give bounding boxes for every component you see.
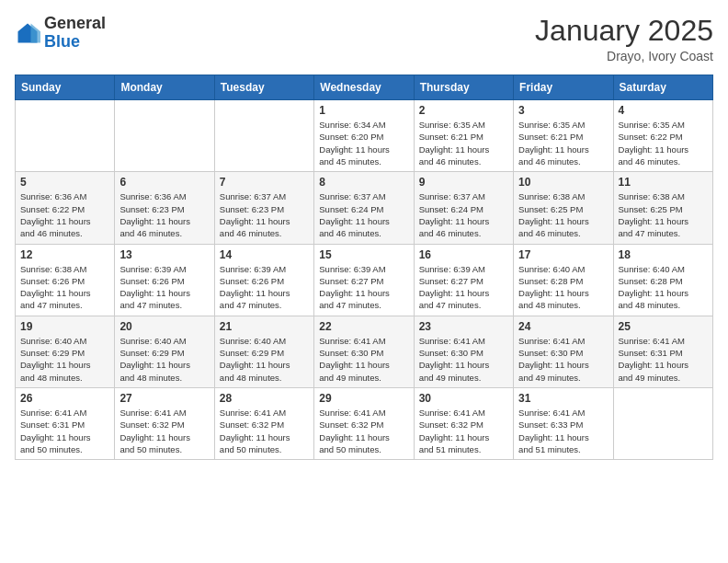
day-number: 23 (419, 320, 508, 333)
calendar-cell: 26Sunrise: 6:41 AM Sunset: 6:31 PM Dayli… (16, 387, 115, 459)
calendar-week-row: 19Sunrise: 6:40 AM Sunset: 6:29 PM Dayli… (16, 316, 713, 387)
calendar-cell: 1Sunrise: 6:34 AM Sunset: 6:20 PM Daylig… (314, 100, 414, 172)
day-number: 17 (518, 248, 608, 261)
day-number: 9 (419, 176, 508, 189)
calendar-cell: 20Sunrise: 6:40 AM Sunset: 6:29 PM Dayli… (115, 316, 214, 387)
day-info: Sunrise: 6:35 AM Sunset: 6:21 PM Dayligh… (518, 119, 608, 167)
calendar-cell: 24Sunrise: 6:41 AM Sunset: 6:30 PM Dayli… (514, 316, 613, 387)
calendar-cell: 23Sunrise: 6:41 AM Sunset: 6:30 PM Dayli… (414, 316, 513, 387)
day-info: Sunrise: 6:41 AM Sunset: 6:32 PM Dayligh… (319, 407, 408, 455)
day-number: 14 (220, 248, 309, 261)
day-info: Sunrise: 6:37 AM Sunset: 6:23 PM Dayligh… (220, 190, 309, 239)
day-number: 28 (220, 392, 309, 405)
day-info: Sunrise: 6:37 AM Sunset: 6:24 PM Dayligh… (319, 190, 408, 239)
calendar-table: SundayMondayTuesdayWednesdayThursdayFrid… (15, 75, 713, 460)
day-number: 21 (220, 320, 309, 333)
calendar-cell (613, 387, 712, 459)
calendar-cell: 10Sunrise: 6:38 AM Sunset: 6:25 PM Dayli… (514, 172, 613, 244)
day-info: Sunrise: 6:41 AM Sunset: 6:31 PM Dayligh… (619, 335, 708, 384)
calendar-week-row: 1Sunrise: 6:34 AM Sunset: 6:20 PM Daylig… (16, 100, 713, 172)
month-title: January 2025 (535, 15, 713, 47)
calendar-cell: 3Sunrise: 6:35 AM Sunset: 6:21 PM Daylig… (514, 100, 613, 172)
day-info: Sunrise: 6:38 AM Sunset: 6:25 PM Dayligh… (619, 190, 708, 239)
calendar-cell: 29Sunrise: 6:41 AM Sunset: 6:32 PM Dayli… (314, 387, 414, 459)
calendar-cell: 6Sunrise: 6:36 AM Sunset: 6:23 PM Daylig… (115, 172, 214, 244)
day-info: Sunrise: 6:41 AM Sunset: 6:30 PM Dayligh… (319, 335, 408, 384)
svg-marker-1 (31, 23, 41, 42)
calendar-cell: 18Sunrise: 6:40 AM Sunset: 6:28 PM Dayli… (613, 244, 712, 316)
day-info: Sunrise: 6:41 AM Sunset: 6:33 PM Dayligh… (518, 407, 608, 455)
day-info: Sunrise: 6:41 AM Sunset: 6:31 PM Dayligh… (20, 407, 109, 455)
calendar-cell: 25Sunrise: 6:41 AM Sunset: 6:31 PM Dayli… (613, 316, 712, 387)
day-number: 2 (419, 104, 508, 117)
logo-text: General Blue (44, 15, 106, 52)
day-number: 12 (20, 248, 109, 261)
calendar-cell (115, 100, 214, 172)
calendar-cell: 31Sunrise: 6:41 AM Sunset: 6:33 PM Dayli… (514, 387, 613, 459)
day-header-saturday: Saturday (613, 75, 712, 100)
day-number: 15 (319, 248, 408, 261)
calendar-cell: 28Sunrise: 6:41 AM Sunset: 6:32 PM Dayli… (214, 387, 313, 459)
day-number: 26 (20, 392, 109, 405)
day-info: Sunrise: 6:37 AM Sunset: 6:24 PM Dayligh… (419, 190, 508, 239)
day-number: 3 (518, 104, 608, 117)
day-info: Sunrise: 6:36 AM Sunset: 6:22 PM Dayligh… (20, 190, 109, 239)
day-info: Sunrise: 6:34 AM Sunset: 6:20 PM Dayligh… (319, 119, 408, 167)
day-number: 16 (419, 248, 508, 261)
day-header-monday: Monday (115, 75, 214, 100)
day-info: Sunrise: 6:38 AM Sunset: 6:26 PM Dayligh… (20, 263, 109, 312)
day-number: 22 (319, 320, 408, 333)
day-info: Sunrise: 6:40 AM Sunset: 6:28 PM Dayligh… (518, 263, 608, 312)
calendar-cell: 14Sunrise: 6:39 AM Sunset: 6:26 PM Dayli… (214, 244, 313, 316)
day-info: Sunrise: 6:35 AM Sunset: 6:21 PM Dayligh… (419, 119, 508, 167)
day-number: 7 (220, 176, 309, 189)
day-number: 25 (619, 320, 708, 333)
day-number: 19 (20, 320, 109, 333)
day-header-tuesday: Tuesday (214, 75, 313, 100)
calendar-week-row: 12Sunrise: 6:38 AM Sunset: 6:26 PM Dayli… (16, 244, 713, 316)
day-info: Sunrise: 6:36 AM Sunset: 6:23 PM Dayligh… (119, 190, 209, 239)
calendar-cell: 15Sunrise: 6:39 AM Sunset: 6:27 PM Dayli… (314, 244, 414, 316)
day-info: Sunrise: 6:40 AM Sunset: 6:29 PM Dayligh… (20, 335, 109, 384)
calendar-week-row: 5Sunrise: 6:36 AM Sunset: 6:22 PM Daylig… (16, 172, 713, 244)
day-info: Sunrise: 6:35 AM Sunset: 6:22 PM Dayligh… (619, 119, 708, 167)
day-number: 20 (119, 320, 209, 333)
day-number: 5 (20, 176, 109, 189)
calendar-cell: 7Sunrise: 6:37 AM Sunset: 6:23 PM Daylig… (214, 172, 313, 244)
day-info: Sunrise: 6:40 AM Sunset: 6:29 PM Dayligh… (220, 335, 309, 384)
day-number: 29 (319, 392, 408, 405)
day-number: 18 (619, 248, 708, 261)
day-number: 31 (518, 392, 608, 405)
day-header-thursday: Thursday (414, 75, 513, 100)
day-number: 13 (119, 248, 209, 261)
day-number: 27 (119, 392, 209, 405)
calendar-cell: 12Sunrise: 6:38 AM Sunset: 6:26 PM Dayli… (16, 244, 115, 316)
calendar-cell: 2Sunrise: 6:35 AM Sunset: 6:21 PM Daylig… (414, 100, 513, 172)
day-info: Sunrise: 6:39 AM Sunset: 6:26 PM Dayligh… (220, 263, 309, 312)
day-number: 8 (319, 176, 408, 189)
calendar-cell (214, 100, 313, 172)
day-info: Sunrise: 6:38 AM Sunset: 6:25 PM Dayligh… (518, 190, 608, 239)
day-info: Sunrise: 6:41 AM Sunset: 6:30 PM Dayligh… (518, 335, 608, 384)
calendar-cell: 19Sunrise: 6:40 AM Sunset: 6:29 PM Dayli… (16, 316, 115, 387)
day-header-sunday: Sunday (16, 75, 115, 100)
calendar-cell: 5Sunrise: 6:36 AM Sunset: 6:22 PM Daylig… (16, 172, 115, 244)
page-header: General Blue January 2025 Drayo, Ivory C… (15, 15, 713, 63)
location-title: Drayo, Ivory Coast (535, 49, 713, 63)
calendar-header-row: SundayMondayTuesdayWednesdayThursdayFrid… (16, 75, 713, 100)
day-number: 4 (619, 104, 708, 117)
calendar-cell: 8Sunrise: 6:37 AM Sunset: 6:24 PM Daylig… (314, 172, 414, 244)
day-info: Sunrise: 6:40 AM Sunset: 6:28 PM Dayligh… (619, 263, 708, 312)
day-info: Sunrise: 6:41 AM Sunset: 6:32 PM Dayligh… (220, 407, 309, 455)
day-info: Sunrise: 6:41 AM Sunset: 6:30 PM Dayligh… (419, 335, 508, 384)
day-info: Sunrise: 6:41 AM Sunset: 6:32 PM Dayligh… (119, 407, 209, 455)
calendar-cell: 22Sunrise: 6:41 AM Sunset: 6:30 PM Dayli… (314, 316, 414, 387)
day-header-friday: Friday (514, 75, 613, 100)
calendar-cell: 27Sunrise: 6:41 AM Sunset: 6:32 PM Dayli… (115, 387, 214, 459)
logo-icon (15, 20, 40, 46)
calendar-cell: 13Sunrise: 6:39 AM Sunset: 6:26 PM Dayli… (115, 244, 214, 316)
day-number: 11 (619, 176, 708, 189)
day-info: Sunrise: 6:39 AM Sunset: 6:27 PM Dayligh… (319, 263, 408, 312)
day-info: Sunrise: 6:41 AM Sunset: 6:32 PM Dayligh… (419, 407, 508, 455)
day-number: 6 (119, 176, 209, 189)
